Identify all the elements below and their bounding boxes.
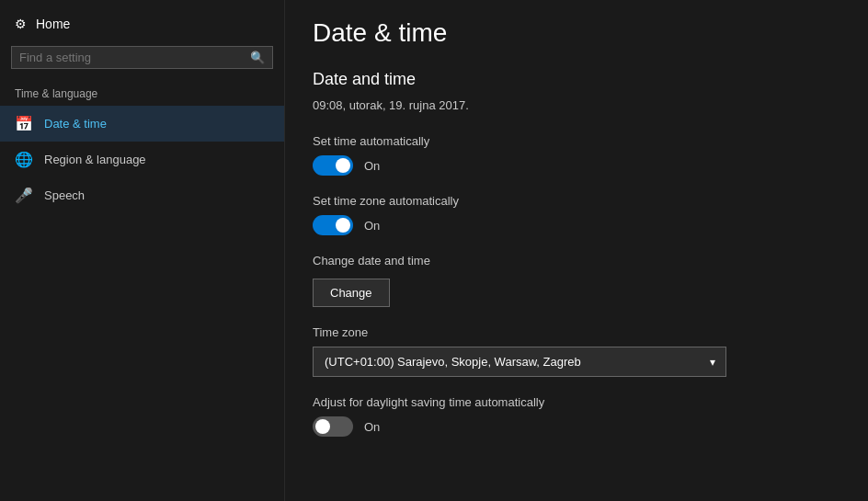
set-timezone-automatically-toggle-row: On — [313, 215, 840, 235]
set-time-automatically-state: On — [364, 159, 380, 173]
sidebar-section-title: Time & language — [0, 76, 284, 106]
timezone-section: Time zone (UTC+01:00) Sarajevo, Skopje, … — [313, 325, 840, 377]
set-timezone-automatically-label: Set time zone automatically — [313, 194, 840, 208]
adjust-daylight-state: On — [364, 420, 380, 434]
set-timezone-automatically-row: Set time zone automatically On — [313, 194, 840, 235]
sidebar-item-label-speech: Speech — [44, 188, 85, 202]
set-time-automatically-toggle-knob — [336, 158, 350, 173]
timezone-select[interactable]: (UTC+01:00) Sarajevo, Skopje, Warsaw, Za… — [313, 347, 726, 377]
adjust-daylight-label: Adjust for daylight saving time automati… — [313, 395, 840, 409]
sidebar-home-button[interactable]: ⚙ Home — [0, 9, 284, 39]
home-icon: ⚙ — [15, 17, 27, 31]
adjust-daylight-toggle-knob — [315, 419, 330, 434]
sidebar-item-label-region: Region & language — [44, 153, 146, 166]
set-timezone-automatically-toggle[interactable] — [313, 215, 353, 235]
change-button[interactable]: Change — [313, 279, 390, 307]
adjust-daylight-row: Adjust for daylight saving time automati… — [313, 395, 840, 437]
search-box: 🔍 — [11, 46, 273, 69]
adjust-daylight-toggle-row: On — [313, 416, 840, 437]
set-timezone-automatically-toggle-knob — [336, 218, 350, 233]
sidebar-item-date-time[interactable]: 📅 Date & time — [0, 106, 284, 142]
sidebar-item-speech[interactable]: 🎤 Speech — [0, 177, 284, 213]
sidebar-item-label-date-time: Date & time — [44, 117, 107, 131]
home-label: Home — [36, 17, 70, 31]
region-language-icon: 🌐 — [15, 151, 33, 168]
change-date-time-label: Change date and time — [313, 254, 840, 268]
set-time-automatically-toggle-row: On — [313, 155, 840, 176]
change-date-time-row: Change date and time Change — [313, 254, 840, 307]
adjust-daylight-toggle[interactable] — [313, 416, 353, 437]
main-content: Date & time Date and time 09:08, utorak,… — [285, 0, 868, 501]
time-zone-label: Time zone — [313, 325, 840, 339]
set-time-automatically-toggle[interactable] — [313, 155, 353, 176]
sidebar: ⚙ Home 🔍 Time & language 📅 Date & time 🌐… — [0, 0, 285, 501]
date-time-icon: 📅 — [15, 115, 33, 132]
set-timezone-automatically-state: On — [364, 219, 380, 233]
set-time-automatically-label: Set time automatically — [313, 134, 840, 148]
sidebar-item-region-language[interactable]: 🌐 Region & language — [0, 142, 284, 177]
search-input[interactable] — [19, 51, 250, 64]
current-datetime: 09:08, utorak, 19. rujna 2017. — [313, 98, 840, 112]
speech-icon: 🎤 — [15, 187, 33, 204]
search-icon: 🔍 — [250, 51, 265, 64]
set-time-automatically-row: Set time automatically On — [313, 134, 840, 176]
page-title: Date & time — [313, 18, 840, 48]
timezone-wrapper: (UTC+01:00) Sarajevo, Skopje, Warsaw, Za… — [313, 347, 726, 377]
section-title: Date and time — [313, 70, 840, 89]
